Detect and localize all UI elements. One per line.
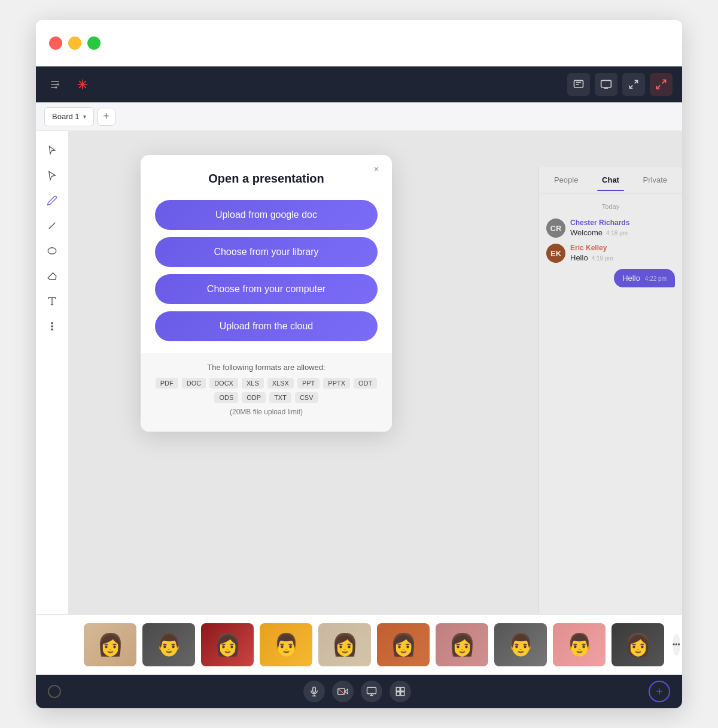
layout-button[interactable] <box>390 681 411 702</box>
svg-line-31 <box>338 688 345 695</box>
format-doc: DOC <box>182 378 206 389</box>
left-toolbar <box>36 131 69 614</box>
status-indicator <box>48 685 61 698</box>
controls-center <box>71 681 644 702</box>
participant-5[interactable]: 👩 <box>318 623 371 666</box>
modal-title: Open a presentation <box>157 172 375 186</box>
minimize-window-btn[interactable] <box>68 37 81 50</box>
close-window-btn[interactable] <box>49 37 62 50</box>
participant-9[interactable]: 👨 <box>553 623 606 666</box>
participants-bar: 👩 👨 👩 👨 👩 👩 👩 👨 <box>36 615 682 675</box>
svg-rect-35 <box>396 687 400 691</box>
format-ppt: PPT <box>297 378 320 389</box>
format-odp: ODP <box>242 392 266 403</box>
participant-8[interactable]: 👨 <box>494 623 547 666</box>
toolbar-right <box>567 73 673 96</box>
cursor-tool[interactable] <box>41 165 63 186</box>
more-participants-button[interactable]: ••• <box>673 634 680 656</box>
svg-rect-38 <box>401 692 404 696</box>
modal-header: Open a presentation <box>141 155 392 192</box>
upload-cloud-button[interactable]: Upload from the cloud <box>155 311 378 341</box>
open-presentation-modal: × Open a presentation Upload from google… <box>141 155 392 432</box>
modal-buttons: Upload from google doc Choose from your … <box>141 192 392 347</box>
participant-2[interactable]: 👨 <box>142 623 195 666</box>
controls-bar: + <box>36 675 682 708</box>
text-tool[interactable] <box>41 290 63 312</box>
pencil-tool[interactable] <box>41 190 63 211</box>
participant-1[interactable]: 👩 <box>84 623 136 666</box>
board-tab-arrow-icon: ▾ <box>83 113 86 120</box>
brand-logo-icon <box>73 75 92 94</box>
svg-rect-37 <box>396 692 400 696</box>
svg-rect-27 <box>313 687 316 693</box>
format-txt: TXT <box>269 392 291 403</box>
mic-button[interactable] <box>303 681 325 702</box>
main-area: × Open a presentation Upload from google… <box>36 131 682 614</box>
traffic-lights <box>49 37 101 50</box>
more-tools[interactable] <box>41 316 63 337</box>
chat-toolbar-btn[interactable] <box>567 73 590 96</box>
ellipse-tool[interactable] <box>41 240 63 262</box>
app-window: Board 1 ▾ + <box>36 20 682 708</box>
format-tags: PDF DOC DOCX XLS XLSX PPT PPTX ODT ODS O… <box>155 378 378 403</box>
maximize-window-btn[interactable] <box>87 37 101 50</box>
bottom-area: 👩 👨 👩 👨 👩 👩 👩 👨 <box>36 614 682 708</box>
svg-point-9 <box>81 83 83 85</box>
add-board-button[interactable]: + <box>98 108 115 126</box>
participant-10[interactable]: 👩 <box>611 623 664 666</box>
choose-library-button[interactable]: Choose from your library <box>155 237 378 267</box>
file-limit: (20MB file upload limit) <box>155 408 378 416</box>
svg-point-21 <box>48 248 56 254</box>
svg-rect-13 <box>601 80 611 87</box>
svg-line-19 <box>657 86 661 89</box>
format-docx: DOCX <box>209 378 238 389</box>
svg-point-24 <box>51 323 53 324</box>
controls-right: + <box>649 681 670 702</box>
board-tabs-bar: Board 1 ▾ + <box>36 102 682 131</box>
format-xls: XLS <box>242 378 264 389</box>
fullscreen-btn[interactable] <box>622 73 645 96</box>
formats-title: The following formats are allowed: <box>155 363 378 372</box>
svg-line-18 <box>662 80 666 84</box>
format-odt: ODT <box>354 378 377 389</box>
svg-point-26 <box>51 329 53 330</box>
upload-google-doc-button[interactable]: Upload from google doc <box>155 200 378 230</box>
toolbar-left <box>45 75 92 94</box>
settings-icon[interactable] <box>45 75 65 94</box>
participant-7[interactable]: 👩 <box>436 623 488 666</box>
board-tab-label: Board 1 <box>52 112 80 121</box>
svg-point-25 <box>51 326 53 327</box>
modal-close-button[interactable]: × <box>369 162 384 177</box>
modal-footer: The following formats are allowed: PDF D… <box>141 353 392 432</box>
select-tool[interactable] <box>41 139 63 161</box>
svg-point-4 <box>55 86 57 88</box>
top-toolbar <box>36 66 682 102</box>
modal-overlay: × Open a presentation Upload from google… <box>69 131 682 614</box>
add-controls-button[interactable]: + <box>649 681 670 702</box>
format-ods: ODS <box>214 392 238 403</box>
titlebar <box>36 20 682 66</box>
svg-rect-32 <box>367 687 376 694</box>
eraser-tool[interactable] <box>41 265 63 287</box>
participant-4[interactable]: 👨 <box>260 623 312 666</box>
svg-rect-36 <box>401 687 404 691</box>
svg-point-3 <box>57 83 59 85</box>
screen-share-btn[interactable] <box>595 73 617 96</box>
board-tab-1[interactable]: Board 1 ▾ <box>44 107 94 126</box>
choose-computer-button[interactable]: Choose from your computer <box>155 274 378 304</box>
format-pptx: PPTX <box>323 378 350 389</box>
svg-rect-10 <box>574 80 583 87</box>
line-tool[interactable] <box>41 215 63 236</box>
format-pdf: PDF <box>156 378 178 389</box>
canvas-area: × Open a presentation Upload from google… <box>69 131 682 614</box>
format-xlsx: XLSX <box>267 378 294 389</box>
camera-button[interactable] <box>332 681 354 702</box>
participant-3[interactable]: 👩 <box>201 623 254 666</box>
screen-button[interactable] <box>361 681 382 702</box>
format-csv: CSV <box>295 392 318 403</box>
svg-line-20 <box>49 223 56 229</box>
participant-6[interactable]: 👩 <box>377 623 430 666</box>
exit-btn[interactable] <box>650 73 673 96</box>
